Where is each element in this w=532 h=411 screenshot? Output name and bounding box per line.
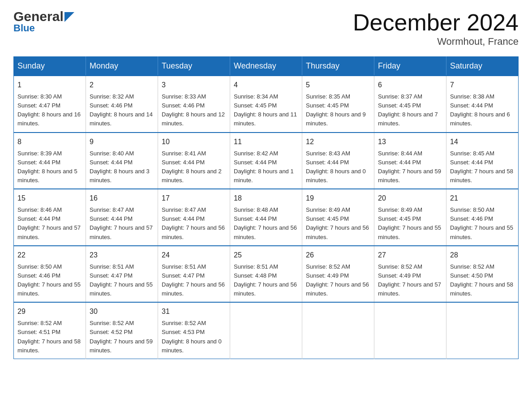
cell-2-5: 12Sunrise: 8:43 AMSunset: 4:44 PMDayligh… <box>302 133 374 189</box>
cell-5-1: 29Sunrise: 8:52 AMSunset: 4:51 PMDayligh… <box>14 302 86 359</box>
day-number: 9 <box>90 137 154 147</box>
cell-4-7: 28Sunrise: 8:52 AMSunset: 4:50 PMDayligh… <box>446 246 519 303</box>
cell-3-6: 20Sunrise: 8:49 AMSunset: 4:45 PMDayligh… <box>374 189 446 246</box>
day-number: 12 <box>306 137 370 147</box>
week-row-1: 1Sunrise: 8:30 AMSunset: 4:47 PMDaylight… <box>14 76 519 133</box>
day-number: 5 <box>306 80 370 90</box>
day-number: 1 <box>17 80 82 90</box>
calendar-table: SundayMondayTuesdayWednesdayThursdayFrid… <box>13 56 519 359</box>
cell-1-5: 5Sunrise: 8:35 AMSunset: 4:45 PMDaylight… <box>302 76 374 133</box>
cell-3-7: 21Sunrise: 8:50 AMSunset: 4:46 PMDayligh… <box>446 189 519 246</box>
day-info: Sunrise: 8:30 AMSunset: 4:47 PMDaylight:… <box>17 92 82 128</box>
day-number: 15 <box>17 193 82 204</box>
day-info: Sunrise: 8:51 AMSunset: 4:47 PMDaylight:… <box>90 262 154 299</box>
day-number: 14 <box>450 137 515 147</box>
day-number: 28 <box>450 250 515 261</box>
cell-1-4: 4Sunrise: 8:34 AMSunset: 4:45 PMDaylight… <box>230 76 302 133</box>
day-number: 18 <box>234 193 298 204</box>
day-number: 10 <box>162 137 226 147</box>
day-number: 11 <box>234 137 298 147</box>
day-number: 30 <box>90 306 154 317</box>
header-wednesday: Wednesday <box>230 57 302 76</box>
svg-marker-0 <box>64 12 74 22</box>
logo: General Blue <box>13 9 74 34</box>
cell-2-7: 14Sunrise: 8:45 AMSunset: 4:44 PMDayligh… <box>446 133 519 189</box>
day-number: 29 <box>17 306 82 317</box>
cell-5-3: 31Sunrise: 8:52 AMSunset: 4:53 PMDayligh… <box>158 302 230 359</box>
calendar-body: 1Sunrise: 8:30 AMSunset: 4:47 PMDaylight… <box>14 76 519 359</box>
header-tuesday: Tuesday <box>158 57 230 76</box>
day-info: Sunrise: 8:41 AMSunset: 4:44 PMDaylight:… <box>162 149 226 185</box>
logo-general-text: General <box>13 9 64 24</box>
cell-4-5: 26Sunrise: 8:52 AMSunset: 4:49 PMDayligh… <box>302 246 374 303</box>
day-number: 6 <box>378 80 442 90</box>
cell-2-3: 10Sunrise: 8:41 AMSunset: 4:44 PMDayligh… <box>158 133 230 189</box>
header-thursday: Thursday <box>302 57 374 76</box>
day-number: 13 <box>378 137 442 147</box>
page-title: December 2024 <box>353 9 519 36</box>
cell-4-2: 23Sunrise: 8:51 AMSunset: 4:47 PMDayligh… <box>86 246 158 303</box>
cell-1-3: 3Sunrise: 8:33 AMSunset: 4:46 PMDaylight… <box>158 76 230 133</box>
week-row-4: 22Sunrise: 8:50 AMSunset: 4:46 PMDayligh… <box>14 246 519 303</box>
day-info: Sunrise: 8:39 AMSunset: 4:44 PMDaylight:… <box>17 149 82 185</box>
cell-5-5 <box>302 302 374 359</box>
day-info: Sunrise: 8:42 AMSunset: 4:44 PMDaylight:… <box>234 149 298 185</box>
day-number: 4 <box>234 80 298 90</box>
cell-4-6: 27Sunrise: 8:52 AMSunset: 4:49 PMDayligh… <box>374 246 446 303</box>
calendar-header: SundayMondayTuesdayWednesdayThursdayFrid… <box>14 57 519 76</box>
day-info: Sunrise: 8:51 AMSunset: 4:47 PMDaylight:… <box>162 262 226 299</box>
day-info: Sunrise: 8:47 AMSunset: 4:44 PMDaylight:… <box>90 206 154 242</box>
day-number: 25 <box>234 250 298 261</box>
header-friday: Friday <box>374 57 446 76</box>
day-info: Sunrise: 8:52 AMSunset: 4:49 PMDaylight:… <box>378 262 442 299</box>
day-number: 7 <box>450 80 515 90</box>
cell-2-6: 13Sunrise: 8:44 AMSunset: 4:44 PMDayligh… <box>374 133 446 189</box>
day-number: 19 <box>306 193 370 204</box>
cell-4-1: 22Sunrise: 8:50 AMSunset: 4:46 PMDayligh… <box>14 246 86 303</box>
header-row: SundayMondayTuesdayWednesdayThursdayFrid… <box>14 57 519 76</box>
page-subtitle: Wormhout, France <box>353 36 519 47</box>
header-saturday: Saturday <box>446 57 519 76</box>
cell-5-4 <box>230 302 302 359</box>
logo-blue-text: Blue <box>13 22 35 34</box>
cell-1-6: 6Sunrise: 8:37 AMSunset: 4:45 PMDaylight… <box>374 76 446 133</box>
cell-3-4: 18Sunrise: 8:48 AMSunset: 4:44 PMDayligh… <box>230 189 302 246</box>
cell-1-7: 7Sunrise: 8:38 AMSunset: 4:44 PMDaylight… <box>446 76 519 133</box>
cell-1-2: 2Sunrise: 8:32 AMSunset: 4:46 PMDaylight… <box>86 76 158 133</box>
day-number: 24 <box>162 250 226 261</box>
header-sunday: Sunday <box>14 57 86 76</box>
day-info: Sunrise: 8:40 AMSunset: 4:44 PMDaylight:… <box>90 149 154 185</box>
cell-2-4: 11Sunrise: 8:42 AMSunset: 4:44 PMDayligh… <box>230 133 302 189</box>
day-info: Sunrise: 8:44 AMSunset: 4:44 PMDaylight:… <box>378 149 442 185</box>
day-info: Sunrise: 8:52 AMSunset: 4:50 PMDaylight:… <box>450 262 515 299</box>
day-number: 26 <box>306 250 370 261</box>
day-info: Sunrise: 8:46 AMSunset: 4:44 PMDaylight:… <box>17 206 82 242</box>
day-number: 21 <box>450 193 515 204</box>
title-section: December 2024 Wormhout, France <box>353 9 519 47</box>
day-number: 17 <box>162 193 226 204</box>
day-number: 31 <box>162 306 226 317</box>
day-info: Sunrise: 8:45 AMSunset: 4:44 PMDaylight:… <box>450 149 515 185</box>
cell-5-6 <box>374 302 446 359</box>
day-info: Sunrise: 8:50 AMSunset: 4:46 PMDaylight:… <box>17 262 82 299</box>
day-info: Sunrise: 8:32 AMSunset: 4:46 PMDaylight:… <box>90 92 154 128</box>
cell-2-2: 9Sunrise: 8:40 AMSunset: 4:44 PMDaylight… <box>86 133 158 189</box>
week-row-3: 15Sunrise: 8:46 AMSunset: 4:44 PMDayligh… <box>14 189 519 246</box>
day-info: Sunrise: 8:49 AMSunset: 4:45 PMDaylight:… <box>306 206 370 242</box>
day-info: Sunrise: 8:33 AMSunset: 4:46 PMDaylight:… <box>162 92 226 128</box>
logo-arrow-icon <box>64 12 74 22</box>
cell-3-1: 15Sunrise: 8:46 AMSunset: 4:44 PMDayligh… <box>14 189 86 246</box>
day-info: Sunrise: 8:38 AMSunset: 4:44 PMDaylight:… <box>450 92 515 128</box>
day-info: Sunrise: 8:50 AMSunset: 4:46 PMDaylight:… <box>450 206 515 242</box>
cell-5-2: 30Sunrise: 8:52 AMSunset: 4:52 PMDayligh… <box>86 302 158 359</box>
day-info: Sunrise: 8:34 AMSunset: 4:45 PMDaylight:… <box>234 92 298 128</box>
day-number: 8 <box>17 137 82 147</box>
day-info: Sunrise: 8:52 AMSunset: 4:49 PMDaylight:… <box>306 262 370 299</box>
day-info: Sunrise: 8:43 AMSunset: 4:44 PMDaylight:… <box>306 149 370 185</box>
page-header: General Blue December 2024 Wormhout, Fra… <box>13 9 519 47</box>
day-number: 23 <box>90 250 154 261</box>
cell-3-3: 17Sunrise: 8:47 AMSunset: 4:44 PMDayligh… <box>158 189 230 246</box>
day-info: Sunrise: 8:52 AMSunset: 4:53 PMDaylight:… <box>162 319 226 355</box>
day-number: 2 <box>90 80 154 90</box>
cell-3-5: 19Sunrise: 8:49 AMSunset: 4:45 PMDayligh… <box>302 189 374 246</box>
